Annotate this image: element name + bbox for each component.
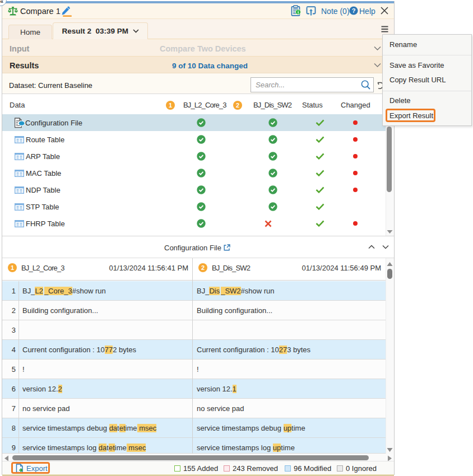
svg-text:?: ? — [352, 7, 356, 14]
